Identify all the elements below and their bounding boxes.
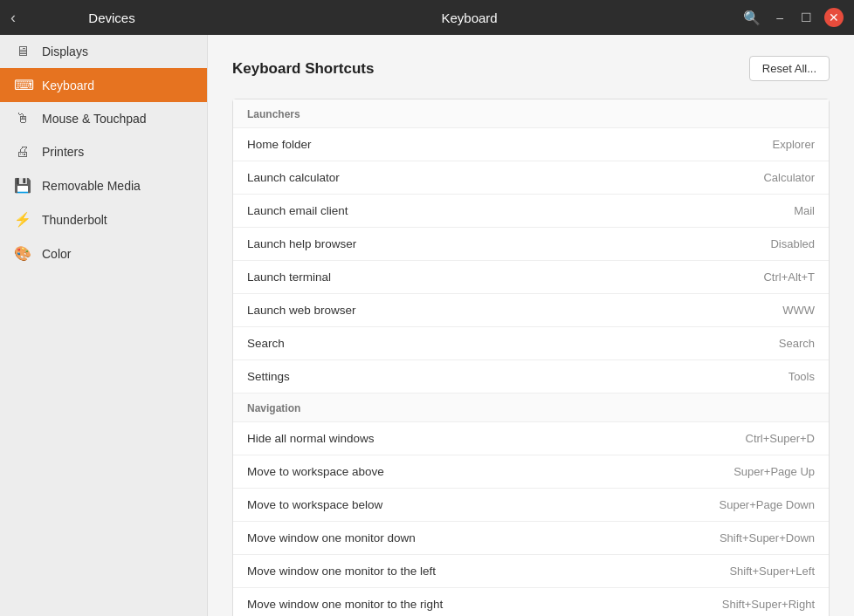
page-title: Keyboard Shortcuts: [232, 60, 374, 78]
shortcut-label: Move window one monitor to the left: [247, 565, 729, 578]
sidebar-label-printers: Printers: [42, 145, 84, 159]
shortcut-label: Launch web browser: [247, 304, 782, 317]
color-icon: 🎨: [14, 245, 31, 262]
shortcut-label: Move to workspace above: [247, 465, 733, 478]
sidebar-label-displays: Displays: [42, 44, 88, 58]
titlebar: ‹ Devices Keyboard 🔍 – ☐ ✕: [0, 0, 854, 35]
shortcut-label: Home folder: [247, 138, 773, 151]
sidebar-item-thunderbolt[interactable]: ⚡Thunderbolt: [0, 202, 207, 236]
window-controls: 🔍 – ☐ ✕: [740, 6, 844, 30]
mouse-icon: 🖱: [14, 111, 31, 127]
shortcut-row[interactable]: Launch email clientMail: [233, 195, 829, 228]
shortcut-key: Tools: [789, 370, 815, 383]
section-header-navigation: Navigation: [233, 394, 829, 422]
shortcuts-table: LaunchersHome folderExplorerLaunch calcu…: [232, 99, 830, 616]
shortcut-row[interactable]: Launch terminalCtrl+Alt+T: [233, 261, 829, 294]
shortcut-label: Launch terminal: [247, 270, 763, 284]
back-button[interactable]: ‹: [10, 9, 24, 27]
removable-icon: 💾: [14, 177, 31, 194]
shortcut-key: Shift+Super+Right: [722, 598, 815, 611]
section-title: Devices: [24, 10, 199, 25]
main-layout: 🖥Displays⌨Keyboard🖱Mouse & Touchpad🖨Prin…: [0, 35, 854, 616]
sidebar-item-printers[interactable]: 🖨Printers: [0, 135, 207, 168]
shortcut-key: Calculator: [763, 171, 815, 184]
shortcut-label: Move window one monitor down: [247, 531, 720, 544]
shortcut-row[interactable]: SearchSearch: [233, 327, 829, 360]
shortcut-label: Search: [247, 337, 779, 350]
shortcut-key: WWW: [782, 304, 815, 317]
maximize-button[interactable]: ☐: [795, 7, 817, 28]
displays-icon: 🖥: [14, 44, 31, 59]
shortcut-label: Settings: [247, 370, 789, 383]
shortcut-row[interactable]: Launch calculatorCalculator: [233, 161, 829, 195]
shortcut-label: Move to workspace below: [247, 498, 720, 511]
shortcut-row[interactable]: Home folderExplorer: [233, 128, 829, 161]
shortcut-key: Mail: [794, 204, 815, 217]
section-header-launchers: Launchers: [233, 99, 829, 128]
shortcut-label: Move window one monitor to the right: [247, 598, 722, 611]
shortcut-label: Launch help browser: [247, 237, 770, 250]
thunderbolt-icon: ⚡: [14, 211, 31, 228]
sidebar-item-removable[interactable]: 💾Removable Media: [0, 168, 207, 202]
shortcut-label: Hide all normal windows: [247, 432, 746, 445]
shortcut-row[interactable]: Launch web browserWWW: [233, 294, 829, 327]
sidebar-label-color: Color: [42, 247, 71, 261]
sidebar-label-thunderbolt: Thunderbolt: [42, 213, 107, 227]
shortcut-label: Launch calculator: [247, 171, 763, 184]
sidebar-item-mouse[interactable]: 🖱Mouse & Touchpad: [0, 102, 207, 135]
sidebar-item-keyboard[interactable]: ⌨Keyboard: [0, 68, 207, 102]
shortcut-row[interactable]: Hide all normal windowsCtrl+Super+D: [233, 422, 829, 455]
printers-icon: 🖨: [14, 144, 31, 160]
shortcut-key: Shift+Super+Left: [729, 565, 815, 578]
shortcut-row[interactable]: Move window one monitor downShift+Super+…: [233, 522, 829, 555]
shortcut-row[interactable]: Launch help browserDisabled: [233, 228, 829, 261]
shortcut-key: Ctrl+Super+D: [746, 432, 815, 445]
shortcut-row[interactable]: Move window one monitor to the rightShif…: [233, 588, 829, 616]
shortcut-key: Super+Page Down: [720, 498, 816, 511]
content-area: Keyboard Shortcuts Reset All... Launcher…: [208, 35, 854, 616]
shortcut-row[interactable]: Move to workspace belowSuper+Page Down: [233, 489, 829, 522]
content-header: Keyboard Shortcuts Reset All...: [232, 56, 830, 81]
sidebar-label-keyboard: Keyboard: [42, 79, 94, 92]
shortcut-label: Launch email client: [247, 204, 794, 217]
shortcut-row[interactable]: Move window one monitor to the leftShift…: [233, 555, 829, 588]
shortcut-key: Super+Page Up: [733, 465, 815, 478]
minimize-button[interactable]: –: [771, 7, 789, 28]
sidebar: 🖥Displays⌨Keyboard🖱Mouse & Touchpad🖨Prin…: [0, 35, 208, 616]
shortcut-key: Disabled: [770, 237, 815, 250]
sidebar-label-removable: Removable Media: [42, 179, 141, 193]
close-button[interactable]: ✕: [824, 8, 844, 27]
sidebar-item-color[interactable]: 🎨Color: [0, 236, 207, 270]
shortcut-key: Search: [779, 337, 815, 350]
sidebar-item-displays[interactable]: 🖥Displays: [0, 35, 207, 68]
keyboard-icon: ⌨: [14, 77, 31, 93]
shortcut-key: Shift+Super+Down: [720, 531, 815, 544]
reset-all-button[interactable]: Reset All...: [749, 56, 830, 81]
shortcut-key: Ctrl+Alt+T: [763, 270, 815, 284]
sidebar-label-mouse: Mouse & Touchpad: [42, 112, 147, 126]
search-button[interactable]: 🔍: [740, 6, 764, 30]
shortcut-row[interactable]: Move to workspace aboveSuper+Page Up: [233, 455, 829, 489]
shortcut-key: Explorer: [773, 138, 815, 151]
shortcut-row[interactable]: SettingsTools: [233, 360, 829, 394]
window-title: Keyboard: [199, 10, 740, 25]
